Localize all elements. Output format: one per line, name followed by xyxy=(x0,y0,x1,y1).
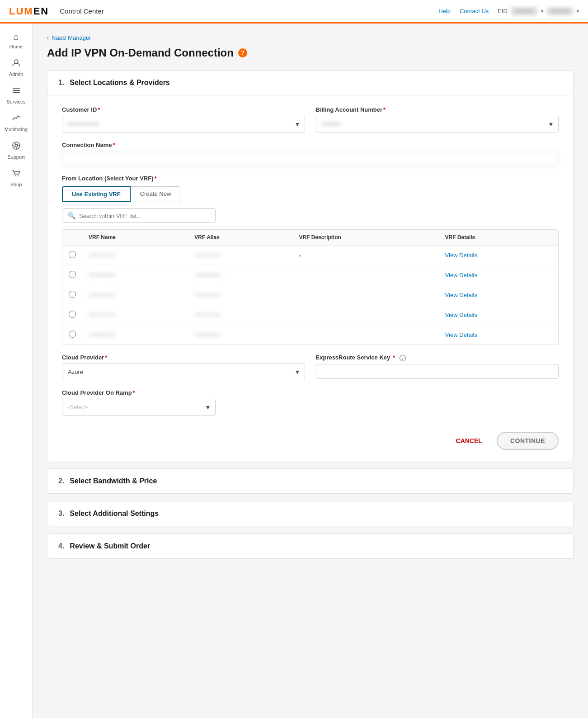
on-ramp-select[interactable]: -Select- ▾ xyxy=(62,399,216,416)
table-row: •••••••••••••• •••••••••••••• ▪ View Det… xyxy=(62,246,558,265)
sidebar-item-admin[interactable]: Admin xyxy=(0,55,32,80)
step-4-title: Review & Submit Order xyxy=(70,542,150,550)
breadcrumb-parent[interactable]: NaaS Manager xyxy=(52,34,91,41)
sidebar-item-home[interactable]: ⌂ Home xyxy=(0,28,32,53)
svg-point-4 xyxy=(13,142,20,149)
contact-link[interactable]: Contact Us xyxy=(460,8,489,14)
customer-id-chevron: ▾ xyxy=(296,120,299,128)
vrf-radio-1[interactable] xyxy=(69,251,76,258)
breadcrumb: ‹ NaaS Manager xyxy=(47,34,574,41)
cloud-provider-chevron: ▾ xyxy=(296,368,299,376)
view-details-5[interactable]: View Details xyxy=(445,331,477,338)
continue-button[interactable]: CONTINUE xyxy=(497,432,559,450)
table-row: •••••••••••••• •••••••••••••• View Detai… xyxy=(62,305,558,325)
vrf-alias-1: •••••••••••••• xyxy=(194,252,221,259)
step-3-number: 3. xyxy=(58,510,64,518)
step-3-header[interactable]: 3. Select Additional Settings xyxy=(47,501,573,526)
home-icon: ⌂ xyxy=(13,32,19,42)
step-4-card: 4. Review & Submit Order xyxy=(47,534,574,559)
vrf-search-wrapper: 🔍 xyxy=(62,208,216,223)
expressroute-group: ExpressRoute Service Key * i xyxy=(316,354,559,380)
customer-billing-row: Customer ID* ••••••••••••••• ▾ Billing A… xyxy=(62,106,559,132)
tab-create-new[interactable]: Create New xyxy=(131,186,181,202)
sidebar-label-shop: Shop xyxy=(10,182,22,187)
buttons-row: CANCEL CONTINUE xyxy=(62,425,559,450)
user-chevron[interactable]: ▾ xyxy=(577,9,579,14)
col-vrf-alias: VRF Alias xyxy=(188,230,292,246)
eid-value: •••••••••• xyxy=(511,7,537,15)
vrf-radio-5[interactable] xyxy=(69,331,76,338)
billing-account-label: Billing Account Number* xyxy=(316,106,559,113)
eid-label: EID xyxy=(498,8,508,14)
cloud-provider-label: Cloud Provider* xyxy=(62,354,305,361)
services-icon xyxy=(12,86,21,97)
steps-container: 1. Select Locations & Providers Customer… xyxy=(47,70,574,559)
help-link[interactable]: Help xyxy=(438,8,451,14)
vrf-name-4: •••••••••••••• xyxy=(89,312,115,318)
col-vrf-details: VRF Details xyxy=(439,230,558,246)
connection-name-group: Connection Name* xyxy=(62,142,559,166)
eid-chevron[interactable]: ▾ xyxy=(541,9,543,14)
shop-icon xyxy=(12,169,21,180)
tab-use-existing-vrf[interactable]: Use Existing VRF xyxy=(62,186,131,202)
connection-name-label: Connection Name* xyxy=(62,142,559,148)
customer-id-select[interactable]: ••••••••••••••• ▾ xyxy=(62,116,305,132)
cloud-provider-select[interactable]: Azure ▾ xyxy=(62,364,305,380)
vrf-radio-3[interactable] xyxy=(69,291,76,298)
vrf-desc-1: ▪ xyxy=(299,252,301,259)
view-details-1[interactable]: View Details xyxy=(445,252,477,259)
help-icon[interactable]: ? xyxy=(238,48,247,57)
cloud-provider-row: Cloud Provider* Azure ▾ ExpressRoute Ser… xyxy=(62,354,559,380)
sidebar-item-shop[interactable]: Shop xyxy=(0,165,32,191)
vrf-name-2: •••••••••••••• xyxy=(89,272,115,279)
cloud-provider-value: Azure xyxy=(68,368,296,375)
user-value: •••••••••• xyxy=(547,7,573,15)
svg-rect-3 xyxy=(13,92,20,93)
nav-user: EID •••••••••• ▾ •••••••••• ▾ xyxy=(498,7,579,15)
vrf-alias-3: •••••••••••••• xyxy=(194,292,221,298)
step-2-header[interactable]: 2. Select Bandwidth & Price xyxy=(47,469,573,493)
sidebar-item-support[interactable]: Support xyxy=(0,137,32,163)
nav-links: Help Contact Us EID •••••••••• ▾ •••••••… xyxy=(438,7,579,15)
vrf-tabs: Use Existing VRF Create New xyxy=(62,186,559,202)
billing-account-value: ••••••••• xyxy=(322,121,550,128)
sidebar-label-monitoring: Monitoring xyxy=(5,127,28,132)
expressroute-input[interactable] xyxy=(316,364,559,379)
sidebar-item-services[interactable]: Services xyxy=(0,82,32,108)
logo: LUMEN xyxy=(9,5,49,17)
view-details-4[interactable]: View Details xyxy=(445,312,477,318)
svg-rect-1 xyxy=(13,88,20,89)
vrf-radio-4[interactable] xyxy=(69,311,76,318)
customer-id-label: Customer ID* xyxy=(62,106,305,113)
step-4-header[interactable]: 4. Review & Submit Order xyxy=(47,534,573,558)
billing-account-select[interactable]: ••••••••• ▾ xyxy=(316,116,559,132)
search-icon: 🔍 xyxy=(68,212,75,219)
step-1-title: Select Locations & Providers xyxy=(70,79,169,87)
vrf-label: From Location (Select Your VRF)* xyxy=(62,175,559,182)
vrf-name-1: •••••••••••••• xyxy=(89,252,115,259)
cancel-button[interactable]: CANCEL xyxy=(449,433,489,449)
vrf-table-container: VRF Name VRF Alias VRF Description VRF D… xyxy=(62,229,559,345)
step-4-number: 4. xyxy=(58,542,64,550)
sidebar-item-monitoring[interactable]: Monitoring xyxy=(0,110,32,136)
col-vrf-name: VRF Name xyxy=(82,230,188,246)
step-2-title: Select Bandwidth & Price xyxy=(70,477,157,485)
cloud-provider-group: Cloud Provider* Azure ▾ xyxy=(62,354,305,380)
vrf-radio-2[interactable] xyxy=(69,271,76,278)
view-details-2[interactable]: View Details xyxy=(445,272,477,279)
vrf-search-input[interactable] xyxy=(79,213,210,219)
app-title: Control Center xyxy=(60,7,438,15)
support-icon xyxy=(12,141,21,152)
on-ramp-value: -Select- xyxy=(68,404,206,411)
admin-icon xyxy=(12,58,21,70)
step-2-number: 2. xyxy=(58,477,64,485)
view-details-3[interactable]: View Details xyxy=(445,292,477,298)
billing-account-chevron: ▾ xyxy=(549,120,553,128)
vrf-name-3: •••••••••••••• xyxy=(89,292,115,298)
top-nav: LUMEN Control Center Help Contact Us EID… xyxy=(0,0,588,24)
connection-name-input[interactable] xyxy=(62,151,559,166)
step-3-card: 3. Select Additional Settings xyxy=(47,501,574,526)
on-ramp-group: Cloud Provider On Ramp* -Select- ▾ xyxy=(62,389,216,416)
svg-point-0 xyxy=(14,60,18,63)
expressroute-label: ExpressRoute Service Key * i xyxy=(316,354,559,361)
